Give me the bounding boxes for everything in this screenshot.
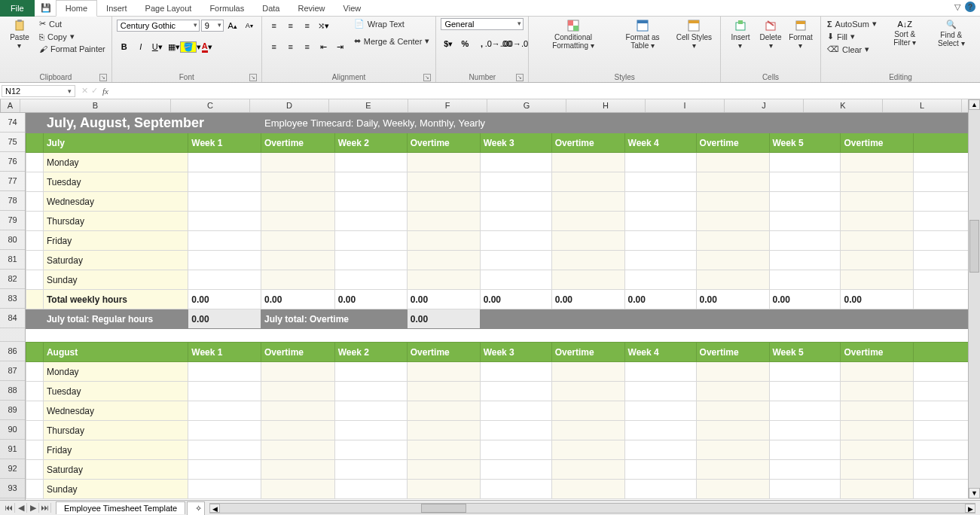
cell[interactable]	[407, 329, 480, 343]
cell[interactable]	[624, 192, 696, 212]
cell[interactable]	[480, 382, 551, 401]
cell[interactable]	[769, 480, 841, 499]
cell[interactable]: Friday	[43, 231, 188, 251]
column-header[interactable]: H	[566, 99, 646, 112]
cell[interactable]	[696, 382, 769, 401]
cell[interactable]	[261, 153, 334, 172]
cell[interactable]: Overtime	[551, 343, 624, 362]
cell[interactable]: Overtime	[841, 133, 914, 153]
dialog-launcher-font[interactable]: ↘	[249, 74, 257, 81]
format-cells-button[interactable]: Format▾	[786, 18, 816, 51]
column-header[interactable]: B	[20, 99, 171, 112]
cell[interactable]	[769, 401, 841, 421]
row-header[interactable]: 84	[0, 309, 25, 328]
cell[interactable]	[26, 480, 44, 499]
row-header[interactable]: 80	[0, 230, 25, 250]
cell[interactable]	[841, 192, 914, 212]
cell[interactable]	[624, 382, 696, 401]
cell[interactable]	[841, 251, 914, 270]
cell[interactable]: August	[43, 343, 188, 362]
cell[interactable]	[841, 421, 914, 440]
row-header[interactable]: 78	[0, 191, 25, 211]
cell[interactable]: 0.00	[334, 290, 407, 309]
cell[interactable]	[480, 309, 551, 329]
cell[interactable]	[407, 153, 480, 172]
cell[interactable]	[261, 212, 334, 231]
row-header[interactable]: 88	[0, 381, 25, 401]
cell[interactable]	[407, 172, 480, 192]
paste-button[interactable]: Paste▾	[5, 18, 35, 51]
orientation-icon[interactable]: ⤭▾	[316, 18, 331, 33]
cell[interactable]	[188, 329, 261, 343]
cell[interactable]	[26, 421, 44, 440]
font-color-button[interactable]: A▾	[200, 39, 215, 54]
cell[interactable]	[26, 231, 44, 251]
fill-color-button[interactable]: 🪣▾	[183, 39, 198, 54]
dialog-launcher-alignment[interactable]: ↘	[423, 74, 431, 81]
cell[interactable]	[334, 329, 407, 343]
minimize-ribbon-icon[interactable]: ▽	[954, 2, 960, 12]
cell[interactable]: Week 3	[480, 133, 551, 153]
cell[interactable]	[261, 440, 334, 460]
tab-insert[interactable]: Insert	[97, 0, 136, 17]
cell[interactable]: Week 1	[188, 343, 261, 362]
row-header[interactable]: 74	[0, 113, 25, 133]
dialog-launcher-number[interactable]: ↘	[516, 74, 524, 81]
scroll-thumb-h[interactable]	[421, 504, 466, 513]
cell[interactable]: Week 2	[334, 133, 407, 153]
insert-cells-button[interactable]: Insert▾	[725, 18, 756, 51]
fill-button[interactable]: ⬇ Fill ▾	[826, 31, 878, 42]
cell[interactable]: 0.00	[480, 290, 551, 309]
cell[interactable]	[26, 270, 44, 290]
cell[interactable]	[769, 309, 841, 329]
new-sheet-button[interactable]: ✧	[187, 501, 205, 515]
cell[interactable]	[480, 172, 551, 192]
currency-icon[interactable]: $▾	[441, 36, 456, 51]
cell[interactable]	[26, 192, 44, 212]
merge-center-button[interactable]: ⬌Merge & Center ▾	[353, 35, 432, 47]
autosum-button[interactable]: Σ AutoSum ▾	[826, 18, 878, 29]
cell[interactable]	[480, 192, 551, 212]
cell[interactable]	[769, 231, 841, 251]
cell[interactable]	[696, 401, 769, 421]
cell[interactable]: 0.00	[769, 290, 841, 309]
cell[interactable]	[480, 421, 551, 440]
sheet-nav-last-icon[interactable]: ⏭	[39, 503, 51, 513]
row-header[interactable]: 93	[0, 479, 25, 498]
cell[interactable]	[841, 382, 914, 401]
cell[interactable]	[624, 480, 696, 499]
border-button[interactable]: ▦▾	[166, 39, 182, 54]
cell[interactable]	[696, 421, 769, 440]
cell[interactable]: Saturday	[43, 460, 188, 480]
cell[interactable]: Sunday	[43, 270, 188, 290]
cell[interactable]: Overtime	[841, 343, 914, 362]
cell-styles-button[interactable]: Cell Styles ▾	[673, 18, 716, 51]
cell[interactable]	[407, 270, 480, 290]
cell[interactable]	[480, 329, 551, 343]
cell[interactable]	[551, 362, 624, 382]
cell[interactable]	[696, 440, 769, 460]
tab-formulas[interactable]: Formulas	[200, 0, 253, 17]
cell[interactable]	[261, 251, 334, 270]
sheet-nav-first-icon[interactable]: ⏮	[3, 503, 15, 513]
cell[interactable]	[624, 231, 696, 251]
cell[interactable]: Week 5	[769, 343, 841, 362]
clear-button[interactable]: ⌫ Clear ▾	[826, 44, 878, 55]
cell[interactable]	[26, 362, 44, 382]
cell[interactable]	[841, 172, 914, 192]
cell[interactable]: Overtime	[407, 343, 480, 362]
cell[interactable]: 0.00	[188, 309, 261, 329]
cell[interactable]	[480, 440, 551, 460]
fx-icon[interactable]: fx	[102, 87, 113, 96]
scroll-left-icon[interactable]: ◀	[209, 504, 220, 513]
cell[interactable]	[188, 440, 261, 460]
cell[interactable]: Week 1	[188, 133, 261, 153]
row-header[interactable]: 81	[0, 250, 25, 270]
number-format-combo[interactable]: General	[441, 18, 524, 30]
cell[interactable]	[334, 480, 407, 499]
column-header[interactable]: G	[487, 99, 566, 112]
column-header[interactable]: L	[883, 99, 962, 112]
cell[interactable]	[26, 343, 44, 362]
delete-cells-button[interactable]: Delete▾	[756, 18, 786, 51]
underline-button[interactable]: U▾	[150, 39, 165, 54]
